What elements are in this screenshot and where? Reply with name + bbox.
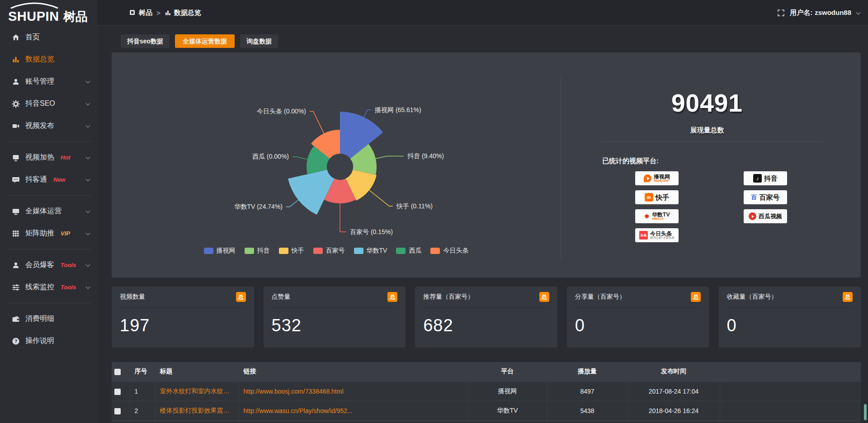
kuaishou-logo-icon: 8 (645, 193, 653, 202)
sidebar-item-4[interactable]: 视频发布 (0, 115, 98, 137)
heater-icon (12, 154, 20, 162)
row-checkbox[interactable] (114, 408, 121, 414)
stat-card-title: 收藏量（百家号） (726, 293, 777, 301)
toutiao-logo-icon: 头条 (639, 231, 648, 240)
sidebar-item-tag: Hot (61, 154, 71, 161)
pie-label-line-1 (376, 156, 404, 159)
legend-label: 西瓜 (409, 247, 421, 255)
video-table-wrap: 序号标题链接平台播放量发布时间1室外水纹灯和室内水纹灯的区别和简介http://… (112, 362, 861, 423)
sidebar-item-12[interactable]: ?操作说明 (0, 330, 98, 352)
stat-card-1: 点赞量总532 (264, 287, 406, 348)
logo[interactable]: SHUPIN 树品 (0, 0, 98, 26)
platform-badge-name: 百家号 (760, 194, 780, 201)
wasu-logo-icon: ✹ (644, 213, 650, 220)
breadcrumb-item-1[interactable]: 数据总览 (165, 9, 201, 17)
platform-badge-name: 西瓜视频 (759, 213, 782, 220)
legend-item-1[interactable]: 抖音 (245, 247, 270, 255)
platform-badge-boosj: 播视网boosj.com (635, 171, 679, 185)
logo-text-cn: 树品 (63, 10, 88, 24)
table-row-1: 2楼体投影灯投影效果震撼上市http://www.wasu.cn/Play/sh… (112, 401, 861, 420)
platform-badge-sub: boosj.com (654, 179, 670, 183)
col-header-time: 发布时间 (627, 362, 720, 381)
total-badge: 总 (539, 292, 549, 302)
platform-badges-left: 播视网boosj.com8快手✹华数TVwasu.cn头条今日头条你关心的 才是… (635, 171, 679, 242)
platform-badge-baijia: 百百家号 (744, 190, 787, 204)
table-row-0: 1室外水纹灯和室内水纹灯的区别和简介http://www.boosj.com/7… (112, 381, 861, 401)
legend-label: 快手 (292, 247, 304, 255)
username[interactable]: 用户名: zswodun88 (790, 9, 851, 17)
cell-title-link[interactable]: 室外水纹灯和室内水纹灯的区别和简介 (155, 381, 239, 401)
user-icon (12, 261, 20, 269)
breadcrumb: 树品>数据总览 (129, 9, 201, 17)
scrollbar-thumb[interactable] (864, 404, 867, 420)
platform-badge-name: 抖音 (764, 175, 778, 182)
cell-views: 8497 (547, 381, 627, 401)
sidebar-item-label: 消费明细 (25, 314, 54, 324)
sidebar-item-tag: VIP (61, 230, 70, 237)
row-checkbox[interactable] (114, 389, 121, 395)
logo-text: SHUPIN (8, 9, 59, 24)
cell-url-link[interactable]: http://www.boosj.com/7338468.html (239, 381, 468, 401)
sidebar-item-label: 矩阵助推 (25, 229, 54, 238)
table-row-partial (112, 420, 861, 423)
legend-swatch (396, 248, 406, 254)
sidebar-item-6[interactable]: 抖客通New (0, 169, 98, 191)
sidebar-item-8[interactable]: 矩阵助推VIP (0, 222, 98, 244)
legend-label: 抖音 (257, 247, 270, 255)
cell-url-link[interactable]: http://www.wasu.cn/Play/show/id/952... (239, 401, 468, 420)
sidebar-item-2[interactable]: 账号管理 (0, 70, 98, 93)
overview-panel: 播视网 (65.61%)抖音 (9.40%)快手 (0.11%)百家号 (0.1… (112, 52, 861, 277)
sliders-icon (12, 283, 20, 291)
pie-label-line-6 (310, 111, 324, 133)
cell-title-link[interactable]: 楼体投影灯投影效果震撼上市 (155, 401, 239, 420)
sidebar-item-5[interactable]: 视频加热Hot (0, 146, 98, 169)
cell-time: 2018-04-26 16:24 (627, 401, 720, 420)
sidebar-item-10[interactable]: 线索监控Tools (0, 276, 98, 298)
chevron-down-icon (86, 208, 90, 213)
stat-card-3: 分享量（百家号）总0 (567, 287, 709, 348)
tab-0[interactable]: 抖音seo数据 (121, 34, 170, 48)
legend-label: 播视网 (217, 247, 236, 255)
platform-badge-toutiao: 头条今日头条你关心的 才是头条 (635, 228, 679, 242)
chat-icon (12, 176, 20, 184)
chevron-down-icon[interactable] (856, 10, 861, 14)
username-value: zswodun88 (815, 9, 851, 17)
tab-1[interactable]: 全媒体运营数据 (175, 34, 235, 48)
sidebar-item-3[interactable]: 抖音SEO (0, 93, 98, 115)
pie-slice-4[interactable] (288, 170, 334, 215)
platforms-title: 已统计的视频平台: (602, 157, 659, 165)
sidebar-item-tag: Tools (61, 262, 76, 268)
sidebar: SHUPIN 树品 首页数据总览账号管理抖音SEO视频发布视频加热Hot抖客通N… (0, 0, 98, 423)
breadcrumb-item-0[interactable]: 树品 (129, 9, 152, 17)
sidebar-item-label: 账号管理 (25, 77, 54, 86)
tab-2[interactable]: 询盘数据 (240, 34, 278, 48)
fullscreen-icon[interactable] (778, 9, 784, 16)
select-all-checkbox[interactable] (114, 369, 121, 375)
sidebar-item-0[interactable]: 首页 (0, 26, 98, 48)
chevron-down-icon (86, 123, 90, 127)
legend-item-5[interactable]: 西瓜 (396, 247, 421, 255)
bar-chart-icon (165, 9, 171, 16)
total-badge: 总 (843, 292, 853, 302)
legend-item-0[interactable]: 播视网 (204, 247, 236, 255)
topbar: 树品>数据总览 用户名: zswodun88 (98, 0, 868, 26)
pie-label-6: 今日头条 (0.00%) (257, 108, 306, 115)
sidebar-item-9[interactable]: 会员爆客Tools (0, 254, 98, 276)
sidebar-item-1[interactable]: 数据总览 (0, 48, 98, 70)
platform-distribution-chart: 播视网 (65.61%)抖音 (9.40%)快手 (0.11%)百家号 (0.1… (112, 52, 561, 277)
stat-card-title: 视频数量 (120, 293, 145, 301)
legend-item-3[interactable]: 百家号 (313, 247, 345, 255)
sidebar-item-11[interactable]: 消费明细 (0, 308, 98, 330)
legend-item-6[interactable]: 今日头条 (430, 247, 468, 255)
pie-label-4: 华数TV (24.74%) (234, 203, 283, 210)
wallet-icon (12, 315, 20, 323)
username-label: 用户名: (790, 9, 812, 17)
sidebar-item-7[interactable]: 全媒体运营 (0, 200, 98, 222)
legend-item-2[interactable]: 快手 (279, 247, 304, 255)
legend-swatch (245, 248, 254, 254)
legend-swatch (204, 248, 213, 254)
pie-label-3: 百家号 (0.15%) (350, 228, 393, 235)
sidebar-divider (6, 141, 91, 142)
platform-badge-sub: 你关心的 才是头条 (650, 236, 675, 240)
legend-item-4[interactable]: 华数TV (354, 247, 387, 255)
